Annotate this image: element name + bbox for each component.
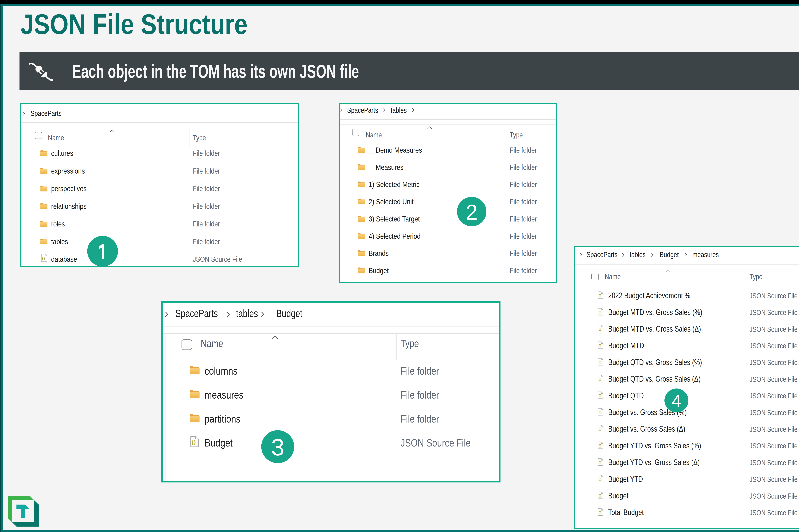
svg-text:{}: {}: [598, 427, 602, 431]
svg-text:{}: {}: [598, 344, 602, 347]
svg-text:{}: {}: [598, 394, 602, 397]
svg-text:{}: {}: [42, 256, 45, 260]
svg-text:{}: {}: [598, 361, 602, 364]
svg-text:{}: {}: [192, 440, 196, 445]
svg-text:{}: {}: [598, 294, 602, 297]
svg-text:{}: {}: [598, 377, 602, 381]
svg-text:{}: {}: [598, 444, 602, 448]
svg-text:{}: {}: [598, 411, 602, 414]
svg-text:{}: {}: [598, 494, 602, 497]
svg-text:{}: {}: [598, 461, 602, 464]
svg-text:{}: {}: [598, 327, 602, 331]
svg-text:{}: {}: [598, 311, 602, 314]
svg-text:{}: {}: [598, 511, 602, 514]
svg-text:{}: {}: [598, 477, 602, 481]
